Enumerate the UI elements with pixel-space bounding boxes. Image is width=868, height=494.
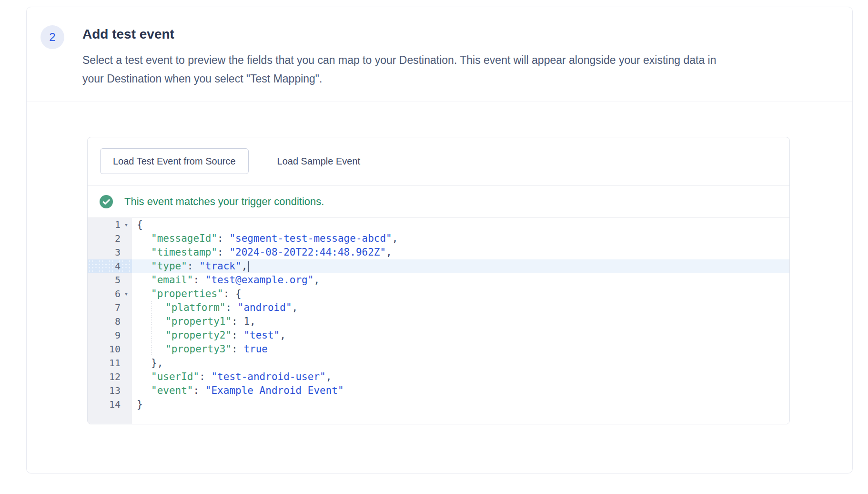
line-number: 8 bbox=[115, 315, 121, 329]
test-event-panel: Load Test Event from Source Load Sample … bbox=[87, 137, 790, 424]
code-token: "test@example.org" bbox=[205, 274, 314, 286]
line-number: 10 bbox=[109, 342, 121, 356]
code-token: "segment-test-message-abcd" bbox=[229, 233, 392, 244]
code-token: "track" bbox=[199, 260, 242, 272]
page-title: Add test event bbox=[82, 26, 735, 42]
code-line: 4"type": "track", bbox=[88, 259, 789, 273]
code-line-content[interactable]: "property1": 1, bbox=[132, 315, 789, 329]
load-sample-event-button[interactable]: Load Sample Event bbox=[265, 149, 373, 174]
code-line-content[interactable]: "properties": { bbox=[132, 287, 789, 301]
code-token: "type" bbox=[151, 260, 187, 272]
code-token: : bbox=[232, 329, 243, 341]
code-line: 11}, bbox=[88, 356, 789, 370]
line-number: 6 bbox=[115, 287, 121, 301]
code-token: , bbox=[326, 371, 332, 382]
code-token: , bbox=[386, 247, 392, 258]
code-line: 3"timestamp": "2024-08-20T22:44:48.962Z"… bbox=[88, 246, 789, 259]
code-token: "property1" bbox=[165, 316, 232, 327]
gutter-cell: 1▾ bbox=[88, 218, 132, 232]
line-number: 1 bbox=[115, 218, 121, 232]
code-editor[interactable]: 1▾{2"messageId": "segment-test-message-a… bbox=[88, 217, 789, 424]
code-token: "platform" bbox=[165, 302, 225, 313]
fold-toggle-icon[interactable]: ▾ bbox=[121, 287, 132, 301]
code-token: "properties" bbox=[151, 288, 223, 299]
code-line: 2"messageId": "segment-test-message-abcd… bbox=[88, 232, 789, 246]
step-number: 2 bbox=[49, 31, 55, 44]
code-token: : bbox=[193, 274, 205, 286]
gutter-cell: 9 bbox=[88, 329, 132, 342]
gutter-cell: 10 bbox=[88, 342, 132, 356]
code-token: 1 bbox=[243, 316, 250, 327]
code-token: "event" bbox=[151, 385, 193, 396]
code-line-content[interactable]: "event": "Example Android Event" bbox=[132, 384, 789, 398]
code-token: , bbox=[280, 329, 286, 341]
code-line-content[interactable]: "timestamp": "2024-08-20T22:44:48.962Z", bbox=[132, 246, 789, 259]
gutter-cell: 4 bbox=[88, 259, 132, 273]
gutter-cell: 13 bbox=[88, 384, 132, 398]
gutter-cell bbox=[88, 412, 132, 424]
code-token: : { bbox=[223, 288, 242, 299]
trigger-match-status: This event matches your trigger conditio… bbox=[88, 185, 789, 217]
code-token: "android" bbox=[238, 302, 292, 313]
code-line-content[interactable]: { bbox=[132, 218, 789, 232]
code-token: : bbox=[217, 247, 229, 258]
code-line-content[interactable]: } bbox=[132, 398, 789, 412]
code-line-content[interactable]: }, bbox=[132, 356, 789, 370]
code-token: "2024-08-20T22:44:48.962Z" bbox=[229, 247, 386, 258]
code-token: "messageId" bbox=[151, 233, 217, 244]
gutter-cell: 14 bbox=[88, 398, 132, 412]
code-line-content[interactable]: "userId": "test-android-user", bbox=[132, 370, 789, 384]
code-token: , bbox=[292, 302, 298, 313]
code-token: , bbox=[313, 274, 320, 286]
code-token: "test-android-user" bbox=[211, 371, 325, 382]
code-line-content[interactable]: "type": "track", bbox=[132, 259, 789, 273]
code-line: 1▾{ bbox=[88, 218, 789, 232]
gutter-cell: 3 bbox=[88, 246, 132, 259]
code-token: , bbox=[242, 260, 248, 272]
fold-toggle-icon[interactable]: ▾ bbox=[121, 218, 132, 232]
code-line: 6▾"properties": { bbox=[88, 287, 789, 301]
line-number: 11 bbox=[109, 356, 121, 370]
add-test-event-card: 2 Add test event Select a test event to … bbox=[26, 7, 853, 473]
code-line: 10"property3": true bbox=[88, 342, 789, 356]
code-line: 13"event": "Example Android Event" bbox=[88, 384, 789, 398]
step-content: Load Test Event from Source Load Sample … bbox=[27, 102, 852, 424]
code-line: 7"platform": "android", bbox=[88, 301, 789, 315]
code-token: "Example Android Event" bbox=[205, 385, 344, 396]
code-token: , bbox=[250, 316, 256, 327]
code-line: 12"userId": "test-android-user", bbox=[88, 370, 789, 384]
code-line-content[interactable]: "platform": "android", bbox=[132, 301, 789, 315]
line-number: 4 bbox=[115, 259, 121, 273]
code-line-content[interactable]: "messageId": "segment-test-message-abcd"… bbox=[132, 232, 789, 246]
code-token: "timestamp" bbox=[151, 247, 217, 258]
load-test-event-button[interactable]: Load Test Event from Source bbox=[100, 148, 249, 174]
code-line-content[interactable] bbox=[132, 412, 789, 424]
line-number: 2 bbox=[115, 232, 121, 246]
code-line-content[interactable]: "property2": "test", bbox=[132, 329, 789, 342]
step-header: 2 Add test event Select a test event to … bbox=[27, 7, 852, 102]
code-token: "test" bbox=[243, 329, 280, 341]
code-line: 14} bbox=[88, 398, 789, 412]
editor-filler-row bbox=[88, 412, 789, 424]
code-line: 9"property2": "test", bbox=[88, 329, 789, 342]
code-line: 8"property1": 1, bbox=[88, 315, 789, 329]
line-number: 12 bbox=[109, 370, 121, 384]
step-number-badge: 2 bbox=[40, 25, 64, 49]
code-line-content[interactable]: "property3": true bbox=[132, 342, 789, 356]
code-token: "userId" bbox=[151, 371, 199, 382]
code-token: }, bbox=[151, 357, 163, 369]
check-circle-icon bbox=[100, 195, 113, 208]
line-number: 13 bbox=[109, 384, 121, 398]
line-number: 7 bbox=[115, 301, 121, 315]
status-message: This event matches your trigger conditio… bbox=[124, 196, 324, 208]
step-description: Select a test event to preview the field… bbox=[82, 51, 735, 88]
code-token: : bbox=[193, 385, 205, 396]
line-number: 9 bbox=[115, 329, 121, 342]
gutter-cell: 11 bbox=[88, 356, 132, 370]
code-token: : bbox=[199, 371, 211, 382]
event-toolbar: Load Test Event from Source Load Sample … bbox=[88, 137, 789, 185]
code-token: : bbox=[225, 302, 237, 313]
code-token: : bbox=[232, 343, 243, 355]
code-line-content[interactable]: "email": "test@example.org", bbox=[132, 273, 789, 287]
gutter-cell: 7 bbox=[88, 301, 132, 315]
